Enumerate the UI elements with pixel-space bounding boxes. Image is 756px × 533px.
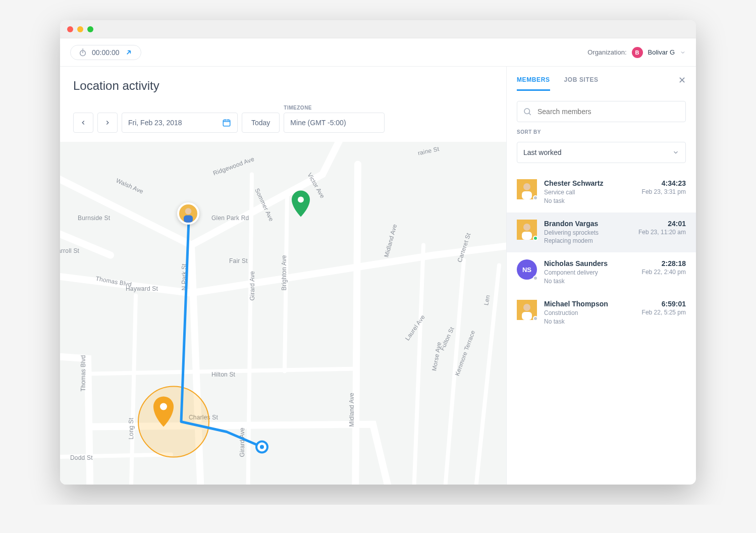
member-row[interactable]: NSNicholas SaundersComponent deliveryNo … (507, 252, 696, 293)
member-avatar: NS (517, 259, 537, 280)
street-label: Walsh Ave (115, 177, 145, 195)
member-avatar (517, 300, 537, 320)
tab-job-sites[interactable]: JOB SITES (564, 76, 599, 91)
street-label: Girard Ave (239, 428, 246, 457)
timezone-group: TIMEZONE Mine (GMT -5:00) (284, 105, 385, 133)
date-value: Fri, Feb 23, 2018 (128, 119, 182, 127)
member-row[interactable]: Chester SchwartzService callNo task4:34:… (507, 172, 696, 212)
header-area: Location activity Fri, Feb 23, 2018 Toda… (60, 67, 506, 142)
member-subtitle: Component delivery (544, 269, 635, 277)
street-label: Hayward St (126, 285, 158, 292)
svg-rect-18 (522, 312, 532, 320)
svg-rect-15 (522, 232, 532, 240)
titlebar (60, 20, 696, 38)
content: Location activity Fri, Feb 23, 2018 Toda… (60, 67, 696, 485)
topbar: 00:00:00 Organization: B Bolivar G (60, 38, 696, 67)
sort-label: SORT BY (517, 129, 686, 135)
member-name: Michael Thompson (544, 300, 635, 308)
svg-point-3 (160, 403, 167, 410)
member-avatar (517, 220, 537, 240)
window-maximize-icon[interactable] (87, 26, 93, 32)
street-label: Burnside St (78, 215, 111, 222)
member-info: Brandon VargasDelivering sprocketsReplac… (544, 220, 631, 246)
org-switcher[interactable]: Organization: B Bolivar G (587, 47, 686, 58)
member-task: Replacing modem (544, 237, 631, 245)
org-label: Organization: (587, 48, 626, 56)
timer-value: 00:00:00 (92, 48, 120, 57)
member-avatar (517, 179, 537, 199)
street-label: Laurel Ave (404, 313, 426, 342)
page-title: Location activity (73, 79, 493, 93)
close-icon[interactable]: ✕ (678, 75, 686, 92)
street-label: Thomas Blvd (80, 355, 87, 391)
svg-point-17 (523, 304, 530, 311)
street-label: Glen Park Rd (211, 215, 249, 222)
window-close-icon[interactable] (67, 26, 73, 32)
street-label: Midland Ave (348, 393, 355, 427)
chevron-down-icon (672, 149, 679, 156)
street-label: arroll St (60, 247, 80, 254)
member-duration: 2:28:18 (642, 259, 686, 268)
search-icon (523, 107, 532, 116)
sidebar: MEMBERS JOB SITES ✕ SORT BY Last worked … (506, 67, 696, 485)
svg-point-9 (524, 109, 530, 114)
member-row[interactable]: Brandon VargasDelivering sprocketsReplac… (507, 212, 696, 253)
window-minimize-icon[interactable] (77, 26, 83, 32)
controls: Fri, Feb 23, 2018 Today TIMEZONE Mine (G… (73, 105, 493, 133)
member-info: Chester SchwartzService callNo task (544, 179, 635, 205)
street-label: Len (482, 294, 491, 306)
today-button[interactable]: Today (242, 113, 280, 133)
member-info: Nicholas SaundersComponent deliveryNo ta… (544, 259, 635, 286)
tab-members[interactable]: MEMBERS (517, 76, 550, 91)
member-duration: 6:59:01 (642, 300, 686, 308)
member-timestamp: Feb 22, 5:25 pm (642, 309, 686, 316)
member-subtitle: Construction (544, 309, 635, 317)
street-label: Dodd St (70, 454, 93, 461)
org-name: Bolivar G (648, 48, 675, 56)
prev-day-button[interactable] (73, 113, 93, 133)
arrow-right-icon (104, 119, 111, 126)
member-name: Nicholas Saunders (544, 259, 635, 268)
calendar-icon (222, 118, 231, 127)
member-task: No task (544, 317, 635, 326)
stopwatch-icon (79, 48, 87, 57)
main-panel: Location activity Fri, Feb 23, 2018 Toda… (60, 67, 506, 485)
member-timestamp: Feb 23, 3:31 pm (642, 188, 686, 195)
svg-rect-1 (223, 120, 230, 126)
next-day-button[interactable] (97, 113, 118, 133)
sort-select[interactable]: Last worked (517, 142, 686, 163)
sidebar-header: MEMBERS JOB SITES ✕ (507, 67, 696, 92)
member-timestamp: Feb 22, 2:40 pm (642, 269, 686, 276)
timezone-label: TIMEZONE (284, 105, 385, 111)
org-avatar: B (632, 47, 643, 58)
member-duration: 4:34:23 (642, 179, 686, 187)
member-map-avatar[interactable] (177, 202, 199, 225)
search-input[interactable] (517, 101, 686, 122)
street-label: Brighton Ave (281, 255, 288, 290)
timezone-select[interactable]: Mine (GMT -5:00) (284, 113, 385, 133)
member-meta: 4:34:23Feb 23, 3:31 pm (642, 179, 686, 195)
member-task: No task (544, 197, 635, 205)
map-svg: Walsh Ave Burnside St arroll St Thomas B… (60, 142, 506, 485)
timer-pill[interactable]: 00:00:00 (70, 45, 141, 60)
status-dot-icon (533, 276, 538, 281)
member-duration: 24:01 (638, 220, 686, 228)
expand-arrow-icon (125, 48, 133, 57)
app-window: 00:00:00 Organization: B Bolivar G Locat… (60, 20, 696, 485)
chevron-down-icon (680, 49, 686, 56)
svg-point-2 (298, 197, 304, 203)
date-picker-button[interactable]: Fri, Feb 23, 2018 (122, 113, 238, 133)
street-label: Long St (128, 417, 135, 439)
member-meta: 6:59:01Feb 22, 5:25 pm (642, 300, 686, 316)
job-site-marker-icon (292, 191, 310, 217)
arrow-left-icon (80, 119, 87, 126)
street-label: Hilton St (211, 371, 236, 378)
status-dot-icon (533, 195, 538, 200)
street-label: Midland Ave (383, 223, 398, 258)
member-meta: 2:28:18Feb 22, 2:40 pm (642, 259, 686, 276)
map-view[interactable]: Walsh Ave Burnside St arroll St Thomas B… (60, 142, 506, 485)
sidebar-tabs: MEMBERS JOB SITES (517, 76, 599, 91)
member-name: Chester Schwartz (544, 179, 635, 187)
member-row[interactable]: Michael ThompsonConstructionNo task6:59:… (507, 293, 696, 333)
street-label: raine St (417, 145, 440, 157)
